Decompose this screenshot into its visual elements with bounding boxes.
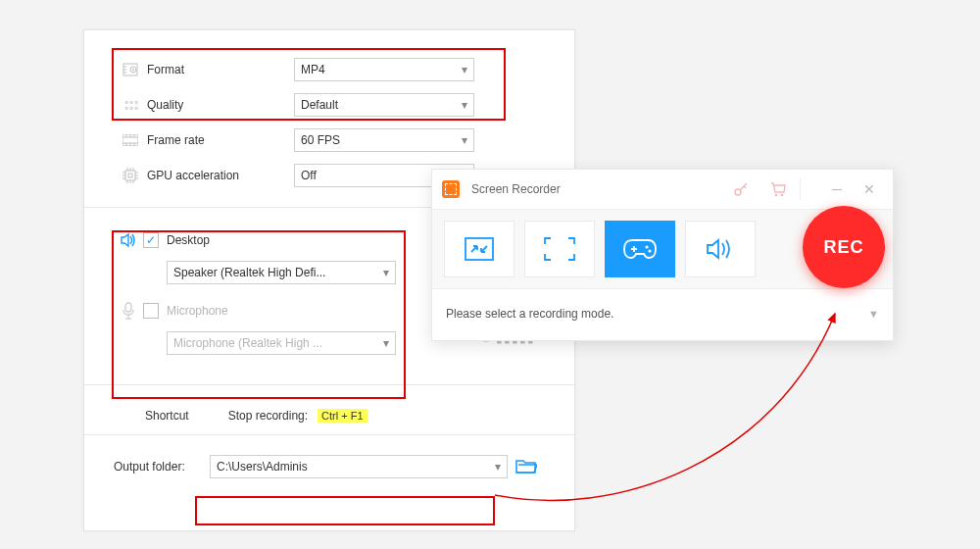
- record-button[interactable]: REC: [803, 206, 885, 288]
- quality-value: Default: [301, 98, 338, 112]
- chevron-down-icon: ▾: [462, 63, 467, 76]
- chevron-down-icon: ▾: [462, 133, 467, 147]
- svg-point-41: [648, 249, 651, 252]
- stop-recording-key: Ctrl + F1: [318, 409, 367, 423]
- desktop-checkbox[interactable]: [143, 232, 159, 248]
- svg-point-2: [132, 69, 134, 71]
- output-section: Output folder: C:\Users\Adminis ▾: [84, 435, 574, 498]
- speaker-icon: [114, 231, 143, 249]
- format-label: Format: [147, 63, 294, 76]
- quality-row: ∘∘∘∘∘∘ Quality Default ▾: [114, 87, 545, 123]
- svg-line-34: [744, 186, 746, 188]
- recorder-status-text: Please select a recording mode.: [446, 307, 613, 321]
- gpu-chip-icon: [114, 168, 147, 183]
- stop-recording-label: Stop recording:: [228, 409, 308, 423]
- close-icon[interactable]: ✕: [863, 181, 875, 197]
- output-folder-dropdown[interactable]: C:\Users\Adminis ▾: [210, 455, 508, 478]
- output-folder-path: C:\Users\Adminis: [217, 460, 308, 474]
- shortcut-section: Shortcut Stop recording: Ctrl + F1: [84, 385, 574, 434]
- expand-down-icon[interactable]: ▼: [868, 308, 879, 320]
- microphone-device-value: Microphone (Realtek High ...: [173, 336, 322, 350]
- format-value: MP4: [301, 63, 325, 76]
- format-row: Format MP4 ▾: [114, 52, 545, 87]
- recorder-window: Screen Recorder ─ ✕ REC: [431, 169, 894, 341]
- framerate-row: Frame rate 60 FPS ▾: [114, 123, 545, 158]
- desktop-device-dropdown[interactable]: Speaker (Realtek High Defi... ▾: [167, 261, 396, 284]
- recorder-title: Screen Recorder: [467, 182, 725, 196]
- quality-dots-icon: ∘∘∘∘∘∘: [114, 99, 147, 111]
- svg-point-40: [645, 245, 648, 248]
- recorder-modes-bar: REC: [432, 209, 893, 289]
- framerate-film-icon: [114, 134, 147, 146]
- mode-audio-button[interactable]: [685, 221, 756, 277]
- recorder-status-bar: Please select a recording mode. ▼: [432, 289, 893, 340]
- titlebar-divider: [800, 178, 801, 200]
- desktop-device-value: Speaker (Realtek High Defi...: [173, 266, 325, 279]
- svg-rect-16: [128, 174, 132, 177]
- microphone-checkbox[interactable]: [143, 303, 159, 319]
- record-label: REC: [823, 237, 863, 258]
- microphone-icon: [114, 302, 143, 320]
- format-dropdown[interactable]: MP4 ▾: [294, 58, 474, 81]
- annotation-highlight: [195, 496, 495, 525]
- svg-point-35: [775, 194, 778, 197]
- quality-dropdown[interactable]: Default ▾: [294, 93, 474, 117]
- chevron-down-icon: ▾: [495, 460, 501, 474]
- quality-label: Quality: [147, 98, 294, 112]
- gpu-value: Off: [301, 169, 317, 182]
- format-film-icon: [114, 62, 147, 77]
- minimize-icon[interactable]: ─: [832, 181, 842, 197]
- mode-game-button[interactable]: [605, 221, 675, 277]
- gpu-label: GPU acceleration: [147, 169, 294, 182]
- recorder-titlebar: Screen Recorder ─ ✕: [432, 170, 893, 209]
- microphone-device-dropdown[interactable]: Microphone (Realtek High ... ▾: [167, 331, 396, 355]
- framerate-value: 60 FPS: [301, 133, 340, 147]
- desktop-label: Desktop: [167, 233, 210, 247]
- chevron-down-icon: ▾: [383, 266, 389, 279]
- svg-rect-15: [125, 171, 135, 180]
- framerate-dropdown[interactable]: 60 FPS ▾: [294, 128, 474, 152]
- key-icon[interactable]: [733, 181, 749, 197]
- output-folder-label: Output folder:: [114, 460, 202, 474]
- mode-region-button[interactable]: [444, 221, 514, 277]
- microphone-label: Microphone: [167, 304, 228, 318]
- svg-point-36: [781, 194, 784, 197]
- open-folder-icon[interactable]: [515, 458, 537, 475]
- mode-fullscreen-button[interactable]: [524, 221, 595, 277]
- svg-line-33: [740, 183, 747, 190]
- app-logo-icon: [442, 180, 460, 198]
- shortcut-title: Shortcut: [145, 409, 189, 423]
- cart-icon[interactable]: [770, 181, 786, 197]
- svg-rect-29: [125, 303, 131, 312]
- chevron-down-icon: ▾: [383, 336, 389, 350]
- chevron-down-icon: ▾: [462, 98, 467, 112]
- svg-rect-37: [466, 238, 493, 260]
- framerate-label: Frame rate: [147, 133, 294, 147]
